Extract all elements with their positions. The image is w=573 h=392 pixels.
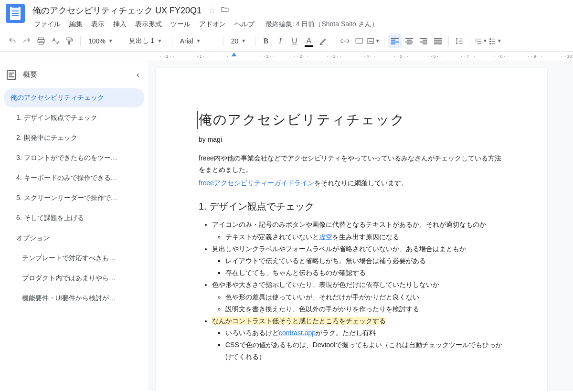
menu-view[interactable]: 表示 <box>88 18 108 31</box>
folder-move-icon[interactable] <box>221 5 229 16</box>
doc-heading-1[interactable]: 俺のアクセシビリティチェック <box>197 111 504 129</box>
document-area[interactable]: 俺のアクセシビリティチェック by magi freee内や他の事業会社などでア… <box>148 61 573 391</box>
spellcheck-button[interactable] <box>49 34 62 48</box>
list-item[interactable]: 存在してても、ちゃんと伝わるものか確認する <box>225 267 504 279</box>
insert-image-button[interactable]: ▼ <box>367 34 380 48</box>
outline-item[interactable]: 6. そして課題を上げる <box>4 209 144 228</box>
menu-file[interactable]: ファイル <box>31 18 64 31</box>
svg-rect-2 <box>39 42 43 44</box>
outline-item[interactable]: プロダクト内ではあまりやら… <box>4 269 144 288</box>
align-justify-button[interactable] <box>431 34 445 48</box>
doc-intro-link-line[interactable]: freeeアクセシビリティーガイドラインをそれなりに網羅しています。 <box>199 178 504 189</box>
insert-link-button[interactable] <box>338 34 351 48</box>
menu-addons[interactable]: アドオン <box>196 18 229 31</box>
list-item[interactable]: レイアウトで伝えていると省略しがち。無い場合は補う必要がある <box>225 255 504 267</box>
align-center-button[interactable] <box>403 34 416 48</box>
highlighted-text[interactable]: なんかコントラスト低そうと感じたところをチェックする <box>212 317 386 325</box>
menu-edit[interactable]: 編集 <box>66 18 86 31</box>
bulleted-list-button[interactable]: ▼ <box>488 34 502 48</box>
doc-bullet-list[interactable]: アイコンのみ・記号のみボタンや画像に代替となるテキストがあるか、それが適切なもの… <box>199 219 504 363</box>
contrast-app-link[interactable]: contrast.app <box>279 329 316 337</box>
doc-byline[interactable]: by magi <box>199 136 504 143</box>
outline-item[interactable]: 俺のアクセシビリティチェック <box>4 88 144 107</box>
list-item[interactable]: 説明文を書き換えたり、色以外の手がかりを作ったりを検討する <box>225 303 504 315</box>
zoom-select[interactable]: 100%▼ <box>85 35 117 47</box>
redo-button[interactable] <box>20 34 33 48</box>
numbered-list-button[interactable]: 12▼ <box>474 34 488 48</box>
svg-rect-3 <box>67 38 71 40</box>
paint-format-button[interactable] <box>63 34 76 48</box>
italic-button[interactable]: I <box>274 34 287 48</box>
svg-point-16 <box>489 41 490 42</box>
list-item[interactable]: なんかコントラスト低そうと感じたところをチェックする いろいろあるけどcontr… <box>212 315 504 363</box>
paragraph-style-select[interactable]: 見出し 1▼ <box>125 35 168 47</box>
insert-comment-button[interactable]: + <box>352 34 366 48</box>
svg-text:+: + <box>358 38 360 42</box>
menu-format[interactable]: 表示形式 <box>132 18 165 31</box>
doc-intro-paragraph[interactable]: freee内や他の事業会社などでアクセシビリティをやっていっているみなさんがチェ… <box>199 153 504 176</box>
bold-button[interactable]: B <box>259 34 273 48</box>
doc-heading-2[interactable]: 1. デザイン観点でチェック <box>199 200 504 213</box>
collapse-sidebar-icon[interactable]: ‹ <box>137 70 139 80</box>
print-button[interactable] <box>34 34 48 48</box>
menu-help[interactable]: ヘルプ <box>231 18 258 31</box>
void-link[interactable]: 虚空 <box>319 233 332 241</box>
align-right-button[interactable] <box>417 34 430 48</box>
guideline-link[interactable]: freeeアクセシビリティーガイドライン <box>199 179 314 187</box>
align-left-button[interactable] <box>388 34 402 48</box>
font-size-select[interactable]: 20▼ <box>227 35 251 47</box>
document-page[interactable]: 俺のアクセシビリティチェック by magi freee内や他の事業会社などでア… <box>156 68 547 391</box>
outline-item[interactable]: 4. キーボードのみで操作できる… <box>4 169 144 188</box>
list-item[interactable]: いろいろあるけどcontrast.appがラク。ただし有料 <box>225 327 504 339</box>
docs-logo-icon[interactable] <box>6 4 25 23</box>
list-item[interactable]: CSSで色の値があるものは、Devtoolで掘ってもよい（これは自動チェックツー… <box>225 339 504 363</box>
menu-tools[interactable]: ツール <box>167 18 194 31</box>
outline-item[interactable]: 5. スクリーンリーダーで操作で… <box>4 189 144 208</box>
menu-insert[interactable]: 挿入 <box>110 18 130 31</box>
list-item[interactable]: テキストが定義されていないと虚空を生み出す原因になる <box>225 231 504 243</box>
outline-item[interactable]: 1. デザイン観点でチェック <box>4 108 144 127</box>
svg-point-15 <box>489 38 490 39</box>
highlight-button[interactable] <box>317 34 330 48</box>
document-title[interactable]: 俺のアクセシビリティチェック UX FY20Q1 <box>31 4 203 17</box>
outline-item[interactable]: テンプレートで対応すべきも… <box>4 249 144 268</box>
svg-text:2: 2 <box>475 40 477 42</box>
font-select[interactable]: Arial▼ <box>176 35 219 47</box>
outline-icon[interactable] <box>7 70 16 80</box>
sidebar-title: 概要 <box>23 70 37 79</box>
last-edit-link[interactable]: 最終編集: 4 日前（Shota Saito さん） <box>265 20 378 29</box>
ruler[interactable]: · · 2 · ·· · 1 · ·· · · ·· · 1 · ·· · 2 … <box>0 52 573 61</box>
undo-button[interactable] <box>6 34 19 48</box>
list-item[interactable]: アイコンのみ・記号のみボタンや画像に代替となるテキストがあるか、それが適切なもの… <box>212 219 504 243</box>
underline-button[interactable]: U <box>288 34 301 48</box>
svg-point-17 <box>489 43 490 44</box>
list-item[interactable]: 見出しやリンクラベルやフォームラベルが省略されていないか、ある場合はまともか レ… <box>212 243 504 279</box>
menubar: ファイル 編集 表示 挿入 表示形式 ツール アドオン ヘルプ 最終編集: 4 … <box>31 18 567 31</box>
list-item[interactable]: 色や形や大きさで指示していたり、表現が色だけに依存していたりしないか 色や形の差… <box>212 279 504 315</box>
app-header: 俺のアクセシビリティチェック UX FY20Q1 ☆ ファイル 編集 表示 挿入… <box>0 0 573 31</box>
star-icon[interactable]: ☆ <box>208 5 216 16</box>
outline-item[interactable]: 3. フロントができたものをツー… <box>4 148 144 168</box>
list-item[interactable]: 色や形の差異は使っていいが、それだけが手がかりだと良くない <box>225 291 504 303</box>
text-color-button[interactable]: A <box>302 34 316 48</box>
toolbar: 100%▼ 見出し 1▼ Arial▼ 20▼ B I U A + ▼ 12▼ … <box>0 31 573 52</box>
line-spacing-button[interactable] <box>453 34 466 48</box>
outline-sidebar: 概要 ‹ 俺のアクセシビリティチェック1. デザイン観点でチェック2. 開発中に… <box>0 61 148 391</box>
outline-item[interactable]: オプション <box>4 229 144 248</box>
outline-item[interactable]: 機能要件・UI要件から検討が… <box>4 289 144 308</box>
outline-item[interactable]: 2. 開発中にチェック <box>4 128 144 148</box>
